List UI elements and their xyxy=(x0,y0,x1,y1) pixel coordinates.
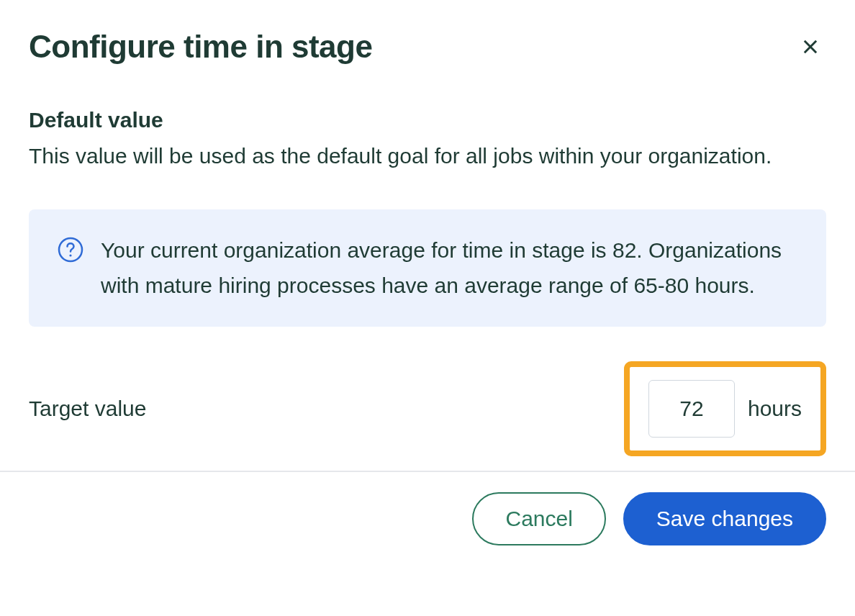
cancel-button[interactable]: Cancel xyxy=(472,492,605,545)
target-value-highlight: hours xyxy=(624,361,826,456)
info-box: Your current organization average for ti… xyxy=(29,209,826,327)
modal-header: Configure time in stage xyxy=(29,29,826,65)
save-button[interactable]: Save changes xyxy=(623,492,826,545)
info-text: Your current organization average for ti… xyxy=(101,232,797,304)
help-icon xyxy=(58,237,83,263)
section-description: This value will be used as the default g… xyxy=(29,140,826,173)
close-icon xyxy=(800,37,820,57)
target-value-row: Target value hours xyxy=(29,361,826,471)
modal-title: Configure time in stage xyxy=(29,29,372,65)
default-value-section: Default value This value will be used as… xyxy=(29,108,826,173)
svg-point-3 xyxy=(69,254,71,256)
footer-divider xyxy=(0,471,855,472)
configure-time-modal: Configure time in stage Default value Th… xyxy=(0,0,855,471)
section-title: Default value xyxy=(29,108,826,132)
modal-footer: Cancel Save changes xyxy=(0,471,855,545)
target-value-label: Target value xyxy=(29,397,146,421)
close-button[interactable] xyxy=(795,31,826,63)
target-value-input[interactable] xyxy=(648,380,735,438)
target-value-unit: hours xyxy=(748,397,802,421)
